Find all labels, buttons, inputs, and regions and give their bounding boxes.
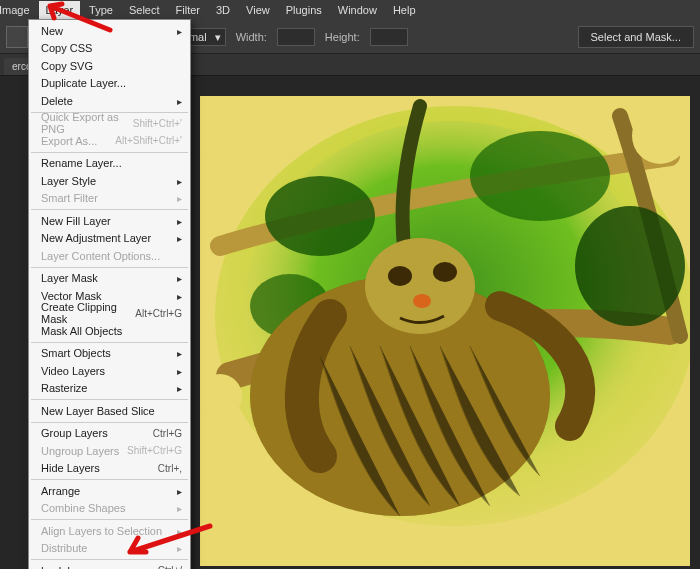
menu-item-new-fill-layer[interactable]: New Fill Layer	[29, 212, 190, 230]
menu-separator	[31, 479, 188, 480]
svg-point-3	[265, 176, 375, 256]
menu-separator	[31, 152, 188, 153]
menu-item-smart-objects[interactable]: Smart Objects	[29, 345, 190, 363]
menu-bar: ImageLayerTypeSelectFilter3DViewPluginsW…	[0, 0, 700, 20]
menu-separator	[31, 209, 188, 210]
menu-separator	[31, 519, 188, 520]
svg-point-14	[632, 108, 688, 164]
svg-point-5	[575, 206, 685, 326]
svg-point-10	[388, 266, 412, 286]
menu-item-copy-css[interactable]: Copy CSS	[29, 40, 190, 58]
menu-item-new-layer-based-slice[interactable]: New Layer Based Slice	[29, 402, 190, 420]
menu-item-new-adjustment-layer[interactable]: New Adjustment Layer	[29, 230, 190, 248]
menu-image[interactable]: Image	[0, 1, 37, 19]
menu-item-rasterize[interactable]: Rasterize	[29, 380, 190, 398]
menu-layer[interactable]: Layer	[39, 1, 81, 19]
width-label: Width:	[236, 31, 267, 43]
tool-preset-thumb[interactable]	[6, 26, 28, 48]
menu-item-delete[interactable]: Delete	[29, 92, 190, 110]
menu-separator	[31, 342, 188, 343]
menu-help[interactable]: Help	[386, 1, 423, 19]
menu-item-combine-shapes: Combine Shapes	[29, 500, 190, 518]
menu-item-align-layers-to-selection: Align Layers to Selection	[29, 522, 190, 540]
menu-item-video-layers[interactable]: Video Layers	[29, 362, 190, 380]
menu-item-new[interactable]: New	[29, 22, 190, 40]
menu-type[interactable]: Type	[82, 1, 120, 19]
height-input[interactable]	[370, 28, 408, 46]
menu-separator	[31, 559, 188, 560]
svg-point-11	[433, 262, 457, 282]
width-input[interactable]	[277, 28, 315, 46]
menu-item-create-clipping-mask[interactable]: Create Clipping MaskAlt+Ctrl+G	[29, 305, 190, 323]
menu-item-layer-style[interactable]: Layer Style	[29, 172, 190, 190]
menu-item-hide-layers[interactable]: Hide LayersCtrl+,	[29, 460, 190, 478]
menu-item-group-layers[interactable]: Group LayersCtrl+G	[29, 425, 190, 443]
menu-item-arrange[interactable]: Arrange	[29, 482, 190, 500]
svg-point-9	[365, 238, 475, 334]
svg-point-16	[210, 506, 270, 566]
menu-3d[interactable]: 3D	[209, 1, 237, 19]
menu-item-ungroup-layers: Ungroup LayersShift+Ctrl+G	[29, 442, 190, 460]
menu-separator	[31, 422, 188, 423]
menu-item-distribute: Distribute	[29, 540, 190, 558]
canvas-image	[200, 96, 690, 566]
menu-item-lock-layers[interactable]: Lock Layers...Ctrl+/	[29, 562, 190, 569]
menu-item-layer-content-options: Layer Content Options...	[29, 247, 190, 265]
svg-point-4	[470, 131, 610, 221]
menu-plugins[interactable]: Plugins	[279, 1, 329, 19]
menu-item-smart-filter: Smart Filter	[29, 190, 190, 208]
svg-point-12	[413, 294, 431, 308]
menu-filter[interactable]: Filter	[169, 1, 207, 19]
menu-item-mask-all-objects[interactable]: Mask All Objects	[29, 322, 190, 340]
svg-point-18	[200, 374, 242, 418]
menu-item-quick-export-as-png: Quick Export as PNGShift+Ctrl+'	[29, 115, 190, 133]
svg-point-13	[200, 116, 260, 176]
menu-view[interactable]: View	[239, 1, 277, 19]
menu-item-rename-layer[interactable]: Rename Layer...	[29, 155, 190, 173]
menu-item-duplicate-layer[interactable]: Duplicate Layer...	[29, 75, 190, 93]
layer-menu-dropdown: NewCopy CSSCopy SVGDuplicate Layer...Del…	[28, 19, 191, 569]
menu-select[interactable]: Select	[122, 1, 167, 19]
menu-separator	[31, 267, 188, 268]
menu-item-copy-svg[interactable]: Copy SVG	[29, 57, 190, 75]
menu-separator	[31, 399, 188, 400]
menu-window[interactable]: Window	[331, 1, 384, 19]
select-and-mask-button[interactable]: Select and Mask...	[578, 26, 695, 48]
menu-item-layer-mask[interactable]: Layer Mask	[29, 270, 190, 288]
height-label: Height:	[325, 31, 360, 43]
